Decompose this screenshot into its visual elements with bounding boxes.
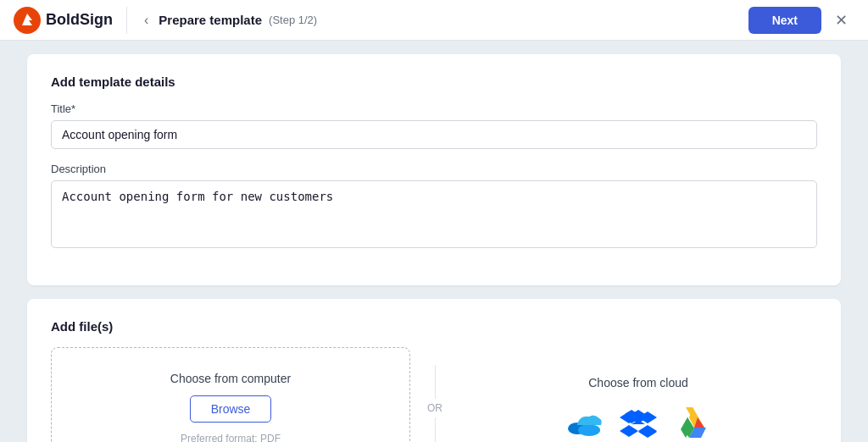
- or-line-bottom: [435, 417, 436, 442]
- close-icon: ✕: [835, 11, 848, 30]
- title-input[interactable]: [51, 120, 817, 149]
- svg-point-2: [578, 424, 600, 436]
- logo-text: BoldSign: [46, 11, 113, 29]
- back-icon: ‹: [144, 13, 148, 28]
- dropbox-icon[interactable]: [620, 403, 657, 440]
- step-indicator: (Step 1/2): [269, 14, 317, 26]
- choose-from-cloud: Choose from cloud: [459, 359, 817, 442]
- description-group: Description Account opening form for new…: [51, 163, 817, 251]
- or-line-top: [435, 365, 436, 399]
- add-files-card: Add file(s) Choose from computer Browse …: [27, 299, 841, 442]
- choose-cloud-label: Choose from cloud: [588, 376, 688, 390]
- template-details-title: Add template details: [51, 75, 817, 89]
- cloud-icons: [565, 403, 711, 440]
- choose-computer-label: Choose from computer: [170, 372, 291, 385]
- template-details-card: Add template details Title* Description …: [27, 54, 841, 285]
- app-header: BoldSign ‹ Prepare template (Step 1/2) N…: [0, 0, 868, 41]
- preferred-format-text: Preferred format: PDF: [181, 433, 281, 442]
- boldsign-logo-icon: [14, 7, 41, 34]
- close-button[interactable]: ✕: [828, 8, 854, 33]
- page-title: Prepare template: [159, 13, 262, 27]
- header-center: ‹ Prepare template (Step 1/2): [127, 9, 748, 31]
- onedrive-icon[interactable]: [565, 403, 603, 440]
- logo-area: BoldSign: [14, 7, 127, 34]
- google-drive-icon[interactable]: [674, 403, 711, 440]
- next-button[interactable]: Next: [748, 7, 821, 34]
- choose-from-computer: Choose from computer Browse Preferred fo…: [51, 347, 410, 442]
- file-section-inner: Choose from computer Browse Preferred fo…: [51, 347, 817, 442]
- main-content: Add template details Title* Description …: [0, 41, 868, 442]
- description-textarea[interactable]: Account opening form for new customers: [51, 180, 817, 248]
- title-label: Title*: [51, 102, 817, 115]
- header-actions: Next ✕: [748, 7, 854, 34]
- add-files-title: Add file(s): [51, 319, 817, 334]
- description-label: Description: [51, 163, 817, 175]
- back-button[interactable]: ‹: [141, 9, 152, 31]
- browse-button[interactable]: Browse: [190, 395, 272, 423]
- or-divider: OR: [410, 365, 459, 442]
- title-group: Title*: [51, 102, 817, 149]
- or-label: OR: [427, 402, 442, 414]
